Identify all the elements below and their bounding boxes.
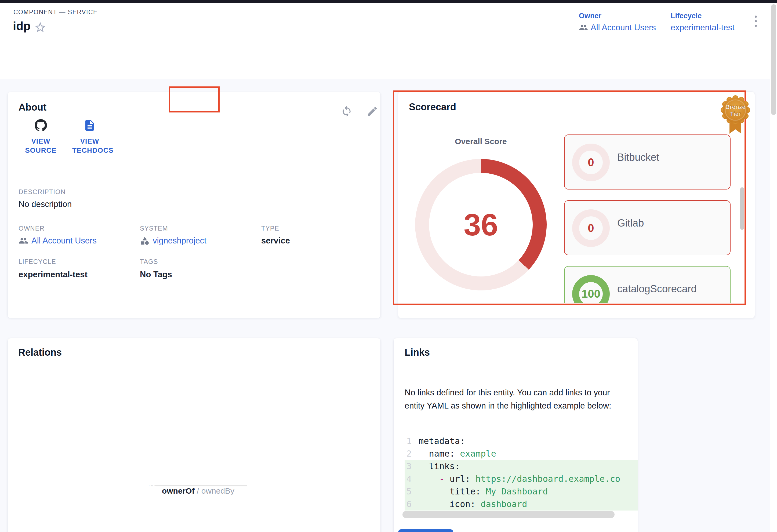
content-area: About VIEW SOURCE VIEW TECHDOCS DESCRIPT… (0, 79, 770, 532)
relation-ownedby-label: / ownedBy (195, 486, 234, 495)
links-card: Links No links defined for this entity. … (393, 338, 638, 532)
relation-node-component[interactable]: component:idp (247, 475, 339, 496)
lifecycle-label: LIFECYCLE (18, 258, 56, 265)
page-title: idp (13, 19, 31, 33)
lifecycle-value: experimental-test (18, 270, 88, 279)
refresh-icon[interactable] (341, 106, 352, 117)
code-value: https://dashboard.example.co (475, 474, 620, 484)
category-icon (140, 236, 149, 246)
system-link[interactable]: vigneshproject (140, 236, 207, 246)
code-key: url: (450, 474, 475, 484)
relation-edge-label: ownerOf / ownedBy (162, 486, 234, 496)
breadcrumb: COMPONENT — SERVICE (13, 9, 98, 16)
overall-score-label: Overall Score (415, 137, 547, 146)
overall-score-gauge: 36 (415, 159, 547, 290)
bronze-tier-line1: Bronze (726, 104, 746, 110)
type-label: TYPE (261, 225, 279, 232)
view-techdocs-button[interactable]: VIEW TECHDOCS (64, 119, 115, 155)
catalogscorecard-score-ring: 100 (572, 275, 610, 303)
line-number: 3 (405, 460, 419, 473)
type-value: service (261, 236, 290, 246)
catalogscorecard-label: catalogScorecard (617, 283, 697, 295)
links-empty-text: No links defined for this entity. You ca… (405, 386, 629, 412)
scorecard-card: Scorecard Overall Score 36 0 Bitbucket 0… (398, 92, 755, 318)
code-dash: - (419, 474, 450, 484)
line-number: 6 (405, 498, 419, 511)
scorecard-list-scrollbar[interactable] (740, 187, 744, 230)
owner-label: OWNER (18, 225, 44, 232)
github-icon (34, 119, 47, 132)
about-card-title: About (18, 102, 46, 113)
header-owner-link[interactable]: All Account Users (579, 23, 656, 32)
line-number: 1 (405, 435, 419, 447)
page: COMPONENT — SERVICE idp Owner All Accoun… (0, 0, 777, 532)
code-value: dashboard (480, 499, 527, 509)
description-value: No description (18, 200, 72, 209)
bronze-tier-line2: Tier (730, 111, 741, 117)
scorecard-item-bitbucket[interactable]: 0 Bitbucket (564, 134, 731, 189)
code-horizontal-scrollbar[interactable] (403, 511, 615, 518)
code-key: links: (419, 461, 460, 471)
scorecard-sources-list: 0 Bitbucket 0 Gitlab 100 catalogScorecar… (564, 134, 747, 303)
header-lifecycle-value: experimental-test (671, 23, 735, 32)
catalogscorecard-score-value: 100 (581, 287, 600, 300)
scorecard-card-title: Scorecard (409, 102, 456, 113)
people-icon (579, 23, 588, 32)
relation-node-owner-label: All Account Users (83, 481, 157, 491)
scorecard-item-gitlab[interactable]: 0 Gitlab (564, 200, 731, 255)
header-lifecycle-label: Lifecycle (671, 12, 735, 20)
line-number: 5 (405, 485, 419, 498)
header-lifecycle-group: Lifecycle experimental-test (671, 12, 735, 32)
bronze-tier-badge: Bronze Tier (719, 94, 752, 136)
view-techdocs-label: VIEW TECHDOCS (72, 137, 107, 155)
owner-link[interactable]: All Account Users (18, 236, 97, 246)
code-key: metadata: (419, 436, 465, 446)
relation-ownerof-label: ownerOf (162, 486, 195, 495)
code-key: title: (419, 486, 486, 497)
people-icon (69, 481, 79, 491)
code-key: name: (419, 448, 460, 459)
edit-pencil-icon[interactable] (366, 106, 378, 117)
scorecard-item-catalogscorecard[interactable]: 100 catalogScorecard (564, 266, 731, 303)
more-options-kebab-icon[interactable] (752, 16, 760, 27)
page-scrollbar-thumb[interactable] (771, 4, 776, 115)
overall-score-value: 36 (464, 207, 498, 242)
tags-label: TAGS (140, 258, 158, 265)
header-owner-value: All Account Users (591, 23, 656, 32)
links-card-title: Links (405, 347, 430, 358)
code-key: icon: (419, 499, 480, 509)
favorite-star-icon[interactable] (34, 21, 47, 34)
gitlab-score-ring: 0 (572, 210, 610, 247)
view-source-label: VIEW SOURCE (23, 137, 58, 155)
relation-node-component-label: component:idp (269, 481, 331, 491)
bitbucket-score-ring: 0 (572, 144, 610, 181)
code-line: 1 metadata: (405, 435, 638, 447)
code-value: My Dashboard (486, 486, 548, 497)
code-line: 2 name: example (405, 447, 638, 460)
code-line-highlighted: 4 - url: https://dashboard.example.co (405, 473, 638, 485)
code-value: example (460, 448, 496, 459)
header-owner-label: Owner (579, 12, 656, 20)
relation-node-owner[interactable]: All Account Users (61, 475, 165, 496)
system-value: vigneshproject (153, 236, 207, 246)
line-number: 4 (405, 473, 419, 485)
code-line-highlighted: 6 icon: dashboard (405, 498, 638, 511)
system-label: SYSTEM (140, 225, 168, 232)
document-icon (83, 119, 96, 132)
line-number: 2 (405, 447, 419, 460)
relations-card: Relations All Account Users component:id… (7, 338, 381, 532)
owner-value: All Account Users (31, 236, 97, 246)
partially-visible-blue-button[interactable] (398, 529, 453, 532)
about-card: About VIEW SOURCE VIEW TECHDOCS DESCRIPT… (7, 92, 381, 318)
gitlab-score-value: 0 (588, 222, 594, 235)
code-line-highlighted: 3 links: (405, 460, 638, 473)
bitbucket-label: Bitbucket (617, 152, 659, 163)
view-source-button[interactable]: VIEW SOURCE (15, 119, 66, 155)
tags-value: No Tags (140, 270, 172, 279)
yaml-code-example: 1 metadata: 2 name: example 3 links: 4 -… (405, 435, 638, 511)
chip-icon (255, 481, 265, 490)
window-top-bar (0, 0, 777, 3)
gitlab-label: Gitlab (617, 218, 644, 229)
header-owner-group: Owner All Account Users (579, 12, 656, 32)
people-icon (18, 236, 28, 246)
